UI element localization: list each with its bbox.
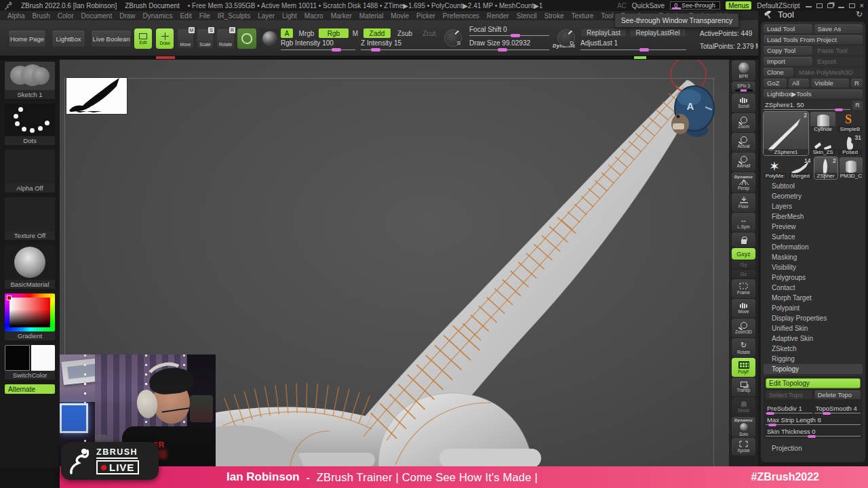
section-masking[interactable]: Masking [764,252,863,262]
rgb-button[interactable]: Rgb [319,28,349,38]
close-button[interactable]: × [860,2,864,9]
pm3d-cylinder-thumbnail[interactable]: PM3D_C [840,157,863,179]
z-intensity-handle[interactable] [371,48,380,52]
auto-masking-chip[interactable]: A [281,28,293,38]
menu-layer[interactable]: Layer [258,12,275,20]
paste-tool-button[interactable]: Paste Tool [814,46,863,55]
draw-size-handle[interactable] [498,48,507,52]
gy-button[interactable]: Gy [732,260,755,269]
m-button[interactable]: M [351,28,359,38]
menu-marker[interactable]: Marker [331,12,352,20]
menu-movie[interactable]: Movie [391,12,409,20]
adjust-dial[interactable]: D [557,29,575,47]
actual-button[interactable]: Actual [732,133,755,152]
lightbox-button[interactable]: LightBox [52,30,85,47]
draw-button[interactable]: Draw [156,28,174,49]
section-fibermesh[interactable]: FiberMesh [764,211,863,222]
bpr-button[interactable]: BPR [732,60,755,81]
gxyz-button[interactable]: Gxyz [732,248,755,260]
material-ball-button[interactable] [260,28,279,49]
section-subtool[interactable]: Subtool [764,181,863,191]
edit-button[interactable]: Edit [134,28,152,49]
section-deformation[interactable]: Deformation [764,242,863,252]
frame-button[interactable]: Frame [732,279,755,298]
clone-button[interactable]: Clone [764,68,793,77]
lightbox-tools-button[interactable]: Lightbox▶Tools [764,89,863,98]
section-morph-target[interactable]: Morph Target [764,293,863,303]
copy-tool-button[interactable]: Copy Tool [764,46,812,55]
minimize-button[interactable] [838,7,844,8]
ghost-button[interactable]: Ghost [732,397,755,416]
zsphere-small-thumbnail[interactable]: 2 ZSpher [814,157,837,179]
rotate3d-button[interactable]: ↻ Rotate [732,338,755,357]
gradient-picker[interactable] [5,293,55,331]
menu-stencil[interactable]: Stencil [517,12,537,20]
section-polygroups[interactable]: Polygroups [764,272,863,283]
menu-draw[interactable]: Draw [119,12,135,20]
mrgb-button[interactable]: Mrgb [297,28,316,38]
load-tools-from-project-button[interactable]: Load Tools From Project [764,35,863,44]
polyframe-button[interactable]: PolyF [732,358,755,377]
skin-thickness-handle[interactable] [808,435,816,438]
adjust-last-slider[interactable]: AdjustLast 1 [580,39,686,50]
transp-button[interactable]: Transp [732,378,755,396]
dock-panel-icon[interactable] [816,3,823,8]
section-geometry[interactable]: Geometry [764,191,863,201]
menu-macro[interactable]: Macro [304,12,323,20]
spix-handle[interactable] [741,89,747,92]
color-picker[interactable]: Gradient [5,293,55,340]
save-as-button[interactable]: Save As [814,24,863,33]
aahalf-button[interactable]: AAHalf [732,152,755,171]
scroll-indicator-red[interactable] [156,56,175,59]
section-adaptive-skin[interactable]: Adaptive Skin [764,333,863,344]
zcut-button[interactable]: Zcut [419,28,439,38]
draw-size-slider[interactable]: Draw Size 99.02932 [469,39,549,50]
dock-slider-icon[interactable] [806,6,812,7]
alpha-selector[interactable]: Alpha Off [5,150,55,192]
menu-stroke[interactable]: Stroke [545,12,564,20]
quicksave-button[interactable]: QuickSave [632,2,665,9]
xpose-button[interactable]: Xpose [732,438,755,455]
rotate-button[interactable]: R Rotate [217,29,234,48]
zoom3d-button[interactable]: Zoom3D [732,319,755,338]
zsub-button[interactable]: Zsub [393,28,416,38]
section-rigging[interactable]: Rigging [764,354,863,364]
load-tool-button[interactable]: Load Tool [764,24,812,33]
rgb-intensity-handle[interactable] [332,48,341,52]
menus-button[interactable]: Menus [726,1,751,9]
section-surface[interactable]: Surface [764,232,863,242]
switch-color[interactable]: SwitchColor [5,345,55,380]
section-zsketch[interactable]: ZSketch [764,344,863,354]
captain-head[interactable]: A [671,60,714,137]
skin-tool-thumbnail[interactable]: Skin_ZS [810,134,835,155]
material-selector[interactable]: BasicMaterial [5,245,55,289]
menu-edit[interactable]: Edit [180,12,191,20]
alpha-thumbnail[interactable] [5,150,55,184]
goz-all-button[interactable]: All [789,79,809,87]
rgb-intensity-slider[interactable]: Rgb Intensity 100 [281,39,355,50]
see-through-slider[interactable]: 0 See-through [670,1,720,9]
scroll-button[interactable]: Scroll [732,94,755,113]
section-polypaint[interactable]: Polypaint [764,303,863,313]
lsym-button[interactable]: ↔ L.Sym [732,213,755,232]
gradient-square[interactable] [9,298,50,327]
menu-alpha[interactable]: Alpha [7,12,25,20]
stroke-selector[interactable]: Dots [5,104,55,145]
solo-button[interactable]: Dynamic Solo [732,417,755,437]
make-polymesh3d-button[interactable]: Make PolyMesh3D [795,68,863,77]
main-color-swatch[interactable] [5,345,30,371]
section-preview[interactable]: Preview [764,222,863,232]
section-display-properties[interactable]: Display Properties [764,313,863,323]
tool-r-button[interactable]: R [852,101,863,110]
presubdiv-handle[interactable] [766,412,774,415]
section-topology[interactable]: Topology [764,364,863,374]
polymesh-star-thumbnail[interactable]: ✶ PolyMe: [764,157,787,179]
scroll-indicator-green[interactable] [634,56,646,59]
menu-picker[interactable]: Picker [416,12,435,20]
tool-item-slider[interactable]: ZSphere1. 50 [764,100,850,110]
menu-document[interactable]: Document [81,12,113,20]
alternate-button[interactable]: Alternate [5,384,55,394]
palette-cycle-icon[interactable]: ↻ [856,9,863,19]
see-through-handle[interactable] [672,7,681,9]
tool-item-slider-handle[interactable] [835,108,843,111]
